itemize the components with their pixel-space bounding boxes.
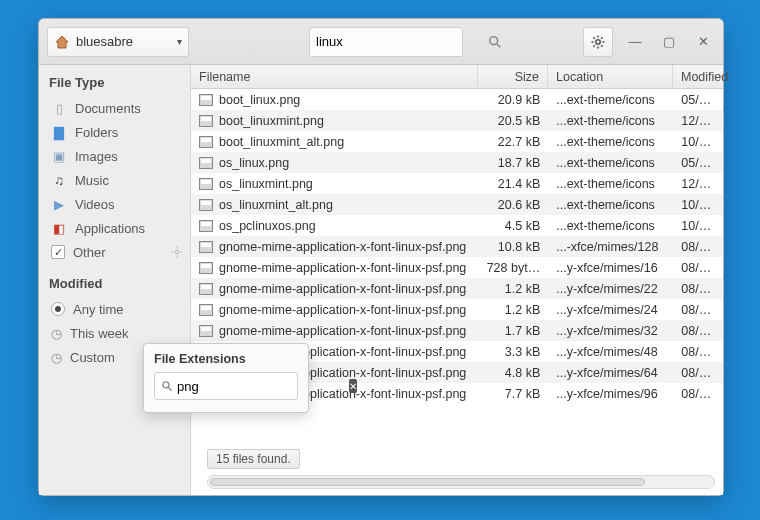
table-row[interactable]: os_linuxmint_alt.png20.6 kB...ext-theme/…	[191, 194, 723, 215]
applications-icon: ◧	[51, 221, 67, 236]
sidebar-item-images[interactable]: ▣Images	[49, 144, 184, 168]
cell-modified: 08/07/2	[673, 387, 723, 401]
table-row[interactable]: os_linuxmint.png21.4 kB...ext-theme/icon…	[191, 173, 723, 194]
file-type-header: File Type	[49, 73, 184, 94]
col-location[interactable]: Location	[548, 65, 673, 88]
cell-filename: boot_linuxmint.png	[219, 114, 324, 128]
svg-point-2	[596, 39, 600, 43]
modified-option-any-time[interactable]: Any time	[49, 297, 184, 321]
radio-icon	[51, 302, 65, 316]
table-row[interactable]: os_linux.png18.7 kB...ext-theme/icons05/…	[191, 152, 723, 173]
extension-input[interactable]	[177, 379, 345, 394]
gear-icon[interactable]	[170, 245, 184, 259]
cell-modified: 10/17/2	[673, 219, 723, 233]
image-file-icon	[199, 199, 213, 211]
cell-location: ...-xfce/mimes/128	[548, 240, 673, 254]
settings-button[interactable]	[583, 27, 613, 57]
table-row[interactable]: os_pclinuxos.png4.5 kB...ext-theme/icons…	[191, 215, 723, 236]
sidebar-item-label: Videos	[75, 197, 115, 212]
cell-location: ...ext-theme/icons	[548, 93, 673, 107]
svg-line-8	[601, 45, 602, 46]
cell-filename: boot_linuxmint_alt.png	[219, 135, 344, 149]
svg-line-9	[601, 37, 602, 38]
sidebar-item-other[interactable]: Other	[49, 240, 184, 264]
sidebar-item-label: Music	[75, 173, 109, 188]
cell-modified: 05/27/2	[673, 93, 723, 107]
sidebar: File Type ▯Documents▇Folders▣Images♫Musi…	[39, 65, 191, 495]
search-input[interactable]	[316, 34, 484, 49]
clock-icon: ◷	[51, 326, 62, 341]
table-row[interactable]: gnome-mime-application-x-font-linux-psf.…	[191, 257, 723, 278]
col-filename[interactable]: Filename	[191, 65, 478, 88]
sidebar-item-label: Other	[73, 245, 106, 260]
minimize-icon: —	[629, 34, 642, 49]
window-close[interactable]: ✕	[691, 30, 715, 54]
sidebar-item-music[interactable]: ♫Music	[49, 168, 184, 192]
cell-filename: os_linux.png	[219, 156, 289, 170]
cell-filename: gnome-mime-application-x-font-linux-psf.…	[219, 282, 466, 296]
sidebar-item-label: Applications	[75, 221, 145, 236]
scroll-thumb[interactable]	[210, 478, 645, 486]
sidebar-item-label: Images	[75, 149, 118, 164]
table-row[interactable]: gnome-mime-application-x-font-linux-psf.…	[191, 278, 723, 299]
cell-size: 1.7 kB	[479, 324, 549, 338]
search-box[interactable]	[309, 27, 463, 57]
svg-line-10	[593, 45, 594, 46]
image-file-icon	[199, 304, 213, 316]
sidebar-item-label: Folders	[75, 125, 118, 140]
search-icon	[488, 35, 502, 49]
popover-title: File Extensions	[154, 352, 298, 366]
image-file-icon	[199, 262, 213, 274]
window-minimize[interactable]: —	[623, 30, 647, 54]
cell-modified: 12/25/2	[673, 114, 723, 128]
cell-filename: os_linuxmint_alt.png	[219, 198, 333, 212]
extension-field[interactable]: ✕	[154, 372, 298, 400]
cell-size: 20.9 kB	[479, 93, 549, 107]
location-combobox[interactable]: bluesabre ▾	[47, 27, 189, 57]
cell-location: ...ext-theme/icons	[548, 135, 673, 149]
cell-modified: 08/07/2	[673, 303, 723, 317]
sidebar-item-folders[interactable]: ▇Folders	[49, 120, 184, 144]
cell-location: ...y-xfce/mimes/32	[548, 324, 673, 338]
table-row[interactable]: gnome-mime-application-x-font-linux-psf.…	[191, 299, 723, 320]
search-icon	[161, 380, 173, 392]
music-icon: ♫	[51, 173, 67, 188]
horizontal-scrollbar[interactable]	[207, 475, 715, 489]
table-row[interactable]: boot_linuxmint.png20.5 kB...ext-theme/ic…	[191, 110, 723, 131]
modified-header: Modified	[49, 274, 184, 295]
cell-filename: gnome-mime-application-x-font-linux-psf.…	[219, 303, 466, 317]
cell-modified: 12/25/2	[673, 177, 723, 191]
col-modified[interactable]: Modified	[673, 65, 723, 88]
table-row[interactable]: boot_linuxmint_alt.png22.7 kB...ext-them…	[191, 131, 723, 152]
window-maximize[interactable]: ▢	[657, 30, 681, 54]
column-headers: Filename Size Location Modified	[191, 65, 723, 89]
cell-size: 20.6 kB	[479, 198, 549, 212]
sidebar-item-applications[interactable]: ◧Applications	[49, 216, 184, 240]
sidebar-item-documents[interactable]: ▯Documents	[49, 96, 184, 120]
svg-point-11	[175, 250, 179, 254]
svg-point-16	[163, 382, 169, 388]
table-row[interactable]: gnome-mime-application-x-font-linux-psf.…	[191, 236, 723, 257]
image-icon: ▣	[51, 149, 67, 164]
col-size[interactable]: Size	[478, 65, 548, 88]
status-label: 15 files found.	[207, 449, 300, 469]
checkbox-icon	[51, 245, 65, 259]
cell-size: 4.5 kB	[479, 219, 549, 233]
modified-option-this-week[interactable]: ◷This week	[49, 321, 184, 345]
cell-size: 4.8 kB	[479, 366, 549, 380]
body: File Type ▯Documents▇Folders▣Images♫Musi…	[39, 65, 723, 495]
cell-filename: os_linuxmint.png	[219, 177, 313, 191]
cell-size: 21.4 kB	[479, 177, 549, 191]
location-label: bluesabre	[76, 34, 133, 49]
sidebar-item-label: Documents	[75, 101, 141, 116]
cell-modified: 08/07/2	[673, 324, 723, 338]
clear-icon[interactable]: ✕	[349, 379, 357, 393]
table-row[interactable]: boot_linux.png20.9 kB...ext-theme/icons0…	[191, 89, 723, 110]
cell-filename: os_pclinuxos.png	[219, 219, 316, 233]
cell-location: ...y-xfce/mimes/22	[548, 282, 673, 296]
document-icon: ▯	[51, 101, 67, 116]
table-row[interactable]: gnome-mime-application-x-font-linux-psf.…	[191, 320, 723, 341]
image-file-icon	[199, 136, 213, 148]
svg-line-7	[593, 37, 594, 38]
sidebar-item-videos[interactable]: ▶Videos	[49, 192, 184, 216]
